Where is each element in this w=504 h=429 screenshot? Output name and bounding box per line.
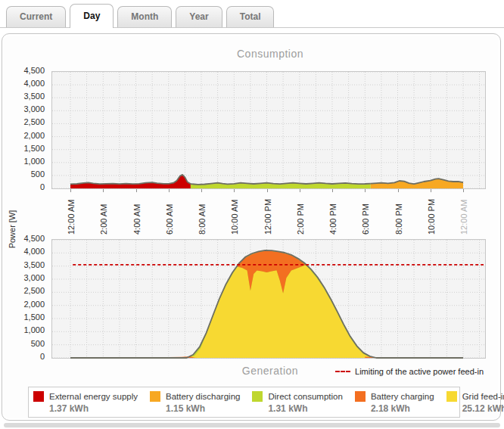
x-tick-label: 6:00 AM xyxy=(165,204,174,235)
y-tick-label: 1,500 xyxy=(23,312,45,322)
y-tick-label: 4,000 xyxy=(23,79,45,88)
limit-line-label: Limiting of the active power feed-in xyxy=(355,367,484,376)
x-tick-mark xyxy=(398,189,399,192)
x-tick-label: 2:00 PM xyxy=(296,204,305,235)
tab-bar: CurrentDayMonthYearTotal xyxy=(0,0,504,28)
consumption-chart-title: Consumption xyxy=(54,48,487,60)
legend-value: 2.18 kWh xyxy=(371,403,434,414)
y-tick-label: 2,500 xyxy=(23,286,45,295)
x-tick-mark xyxy=(234,189,235,192)
red-dashed-line-icon xyxy=(335,371,350,372)
panel-footer-bar xyxy=(4,423,500,427)
legend-entry-direct-consumption: Direct consumption1.31 kWh xyxy=(252,391,342,414)
y-tick-label: 2,500 xyxy=(23,117,45,126)
legend-color-swatch xyxy=(355,391,366,402)
x-tick-label: 8:00 PM xyxy=(394,204,403,235)
legend-label: Direct consumption xyxy=(268,392,342,401)
legend-color-swatch xyxy=(446,391,457,402)
series-external-energy-supply xyxy=(70,175,191,188)
x-tick-mark xyxy=(365,189,366,192)
x-tick-label: 8:00 AM xyxy=(198,204,207,235)
x-tick-label: 12:00 AM xyxy=(459,200,468,235)
legend-value: 1.37 kWh xyxy=(49,403,138,414)
x-tick-mark xyxy=(332,189,333,192)
legend-entry-battery-charging: Battery charging2.18 kWh xyxy=(355,391,434,414)
x-tick-label: 4:00 PM xyxy=(328,204,338,235)
tab-month[interactable]: Month xyxy=(117,6,172,27)
y-tick-label: 3,000 xyxy=(23,273,45,282)
energy-monitor-screen: CurrentDayMonthYearTotal Consumption 050… xyxy=(0,0,504,429)
x-tick-mark xyxy=(169,189,170,192)
y-tick-label: 2,000 xyxy=(23,131,45,140)
series-outline xyxy=(70,175,191,185)
legend-label: Battery charging xyxy=(371,392,434,401)
x-tick-label: 10:00 AM xyxy=(230,200,239,235)
x-tick-mark xyxy=(463,189,464,192)
generation-chart-plot[interactable] xyxy=(51,239,486,359)
y-tick-label: 500 xyxy=(31,339,45,348)
legend-color-swatch xyxy=(150,391,160,402)
legend-value: 1.15 kWh xyxy=(166,403,240,414)
y-tick-label: 1,000 xyxy=(23,157,45,166)
consumption-chart-plot[interactable] xyxy=(51,71,486,189)
legend-value: 25.12 kWh xyxy=(462,403,504,414)
x-tick-mark xyxy=(136,189,137,192)
x-tick-mark xyxy=(70,189,71,192)
legend-color-swatch xyxy=(252,391,263,402)
y-tick-label: 3,000 xyxy=(23,104,45,113)
consumption-y-axis-labels: 05001,0001,5002,0002,5003,0003,5004,0004… xyxy=(2,71,48,188)
y-tick-label: 3,500 xyxy=(23,260,45,269)
x-tick-label: 12:00 PM xyxy=(263,199,272,235)
x-tick-mark xyxy=(267,189,268,192)
legend-label: Battery discharging xyxy=(166,392,240,401)
y-tick-label: 4,500 xyxy=(23,66,45,75)
legend-entry-grid-feed-in: Grid feed-in25.12 kWh xyxy=(446,391,504,414)
x-tick-mark xyxy=(300,189,300,192)
y-tick-label: 3,500 xyxy=(23,92,45,101)
time-axis-labels: 12:00 AM2:00 AM4:00 AM6:00 AM8:00 AM10:0… xyxy=(52,189,487,236)
legend-value: 1.31 kWh xyxy=(268,403,342,414)
tab-total[interactable]: Total xyxy=(226,6,275,27)
y-tick-label: 4,500 xyxy=(23,234,45,243)
limit-line-legend: Limiting of the active power feed-in xyxy=(335,367,484,376)
tab-day[interactable]: Day xyxy=(70,4,114,28)
x-tick-mark xyxy=(201,189,202,192)
x-tick-label: 10:00 PM xyxy=(427,199,436,235)
legend-color-swatch xyxy=(33,391,44,402)
legend-label: Grid feed-in xyxy=(462,392,504,401)
generation-y-axis-labels: 05001,0001,5002,0002,5003,0003,5004,0004… xyxy=(2,239,48,357)
y-tick-label: 2,000 xyxy=(23,300,45,309)
y-tick-label: 4,000 xyxy=(23,247,45,256)
x-tick-label: 4:00 AM xyxy=(132,204,142,235)
y-tick-label: 500 xyxy=(31,169,45,179)
x-tick-label: 12:00 AM xyxy=(67,200,76,235)
x-tick-mark xyxy=(431,189,431,192)
y-tick-label: 1,500 xyxy=(23,144,45,153)
chart-panel: Consumption 05001,0001,5002,0002,5003,00… xyxy=(2,33,501,421)
y-tick-label: 0 xyxy=(40,352,45,361)
tab-year[interactable]: Year xyxy=(176,6,222,27)
legend-label: External energy supply xyxy=(49,392,138,401)
x-tick-label: 6:00 PM xyxy=(361,204,370,235)
y-tick-label: 1,000 xyxy=(23,325,45,334)
tab-current[interactable]: Current xyxy=(6,6,66,27)
series-legend: External energy supply1.37 kWhBattery di… xyxy=(28,387,460,418)
legend-entry-battery-discharging: Battery discharging1.15 kWh xyxy=(150,391,240,414)
x-tick-label: 2:00 AM xyxy=(99,204,108,235)
legend-entry-external-energy-supply: External energy supply1.37 kWh xyxy=(33,391,138,414)
x-tick-mark xyxy=(103,189,104,192)
y-tick-label: 0 xyxy=(40,182,45,191)
